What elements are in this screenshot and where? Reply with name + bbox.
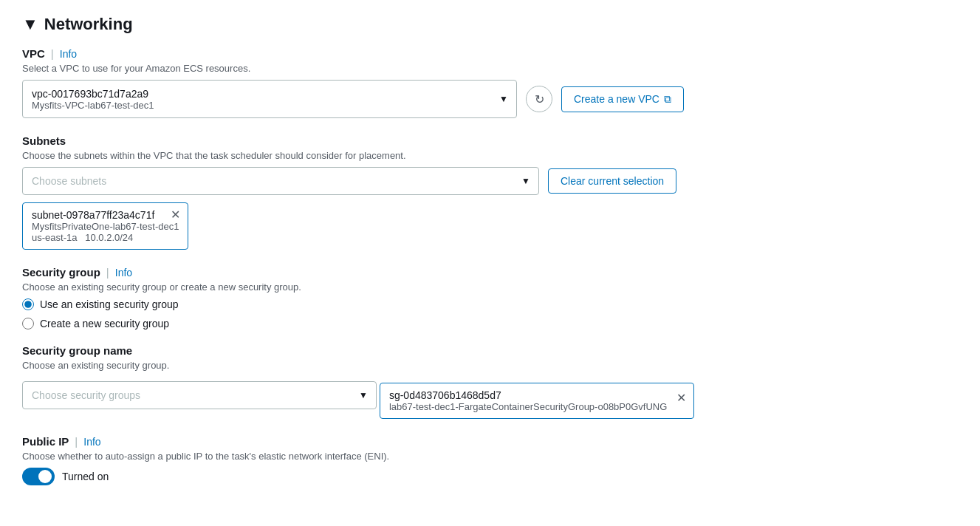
radio-new-input[interactable] [22,318,34,329]
radio-new[interactable]: Create a new security group [22,318,958,329]
clear-selection-button[interactable]: Clear current selection [548,168,676,194]
sg-name-field-label: Security group name [22,344,958,357]
radio-existing[interactable]: Use an existing security group [22,298,958,310]
section-title: ▼ Networking [22,15,958,34]
vpc-field-group: VPC | Info Select a VPC to use for your … [22,47,958,118]
subnets-field-group: Subnets Choose the subnets within the VP… [22,134,958,250]
create-vpc-label: Create a new VPC [574,93,659,105]
vpc-row: vpc-0017693bc71d7a2a9 Mysfits-VPC-lab67-… [22,80,958,118]
vpc-select[interactable]: vpc-0017693bc71d7a2a9 Mysfits-VPC-lab67-… [22,80,517,118]
subnets-field-label: Subnets [22,134,958,147]
subnets-chevron-icon: ▼ [521,176,530,186]
sg-tag: sg-0d483706b1468d5d7 lab67-test-dec1-Far… [380,383,694,419]
vpc-label: VPC [22,47,45,60]
sg-name-description: Choose an existing security group. [22,360,958,371]
subnet-tag: subnet-0978a77ff23a4c71f MysfitsPrivateO… [22,202,188,250]
vpc-chevron-icon: ▼ [499,94,508,104]
vpc-select-wrapper: vpc-0017693bc71d7a2a9 Mysfits-VPC-lab67-… [22,80,517,118]
security-group-radio-group: Use an existing security group Create a … [22,298,958,329]
public-ip-info-link[interactable]: Info [83,436,100,448]
subnets-description: Choose the subnets within the VPC that t… [22,150,958,161]
sg-id: sg-0d483706b1468d5d7 [389,389,667,401]
security-group-description: Choose an existing security group or cre… [22,281,958,293]
radio-existing-input[interactable] [22,298,34,310]
security-group-field-label: Security group | Info [22,266,958,279]
public-ip-field-group: Public IP | Info Choose whether to auto-… [22,435,958,485]
sg-name-value: lab67-test-dec1-FargateContainerSecurity… [389,401,667,412]
subnets-select-wrapper: Choose subnets ▼ [22,167,539,195]
public-ip-field-label: Public IP | Info [22,435,958,448]
subnets-label: Subnets [22,134,66,147]
vpc-selected-name: Mysfits-VPC-lab67-test-dec1 [32,100,490,111]
subnet-remove-button[interactable]: ✕ [171,209,180,221]
subnet-id: subnet-0978a77ff23a4c71f [32,209,179,221]
vpc-description: Select a VPC to use for your Amazon ECS … [22,63,958,74]
sg-select-wrapper: Choose security groups ▼ [22,381,377,409]
subnet-name: MysfitsPrivateOne-lab67-test-dec1 [32,221,179,232]
create-vpc-button[interactable]: Create a new VPC ⧉ [561,86,684,112]
subnets-select[interactable]: Choose subnets [22,167,539,195]
section-heading: Networking [44,15,133,34]
public-ip-toggle-label: Turned on [62,471,109,482]
sg-chevron-icon: ▼ [359,390,368,400]
security-group-info-link[interactable]: Info [115,267,132,279]
refresh-icon: ↻ [535,92,544,106]
sg-select[interactable]: Choose security groups [22,381,377,409]
subnets-row: Choose subnets ▼ Clear current selection [22,167,958,195]
subnet-az-cidr: us-east-1a 10.0.2.0/24 [32,232,179,243]
security-group-label: Security group [22,266,100,279]
public-ip-label: Public IP [22,435,69,448]
radio-existing-label: Use an existing security group [40,298,179,310]
public-ip-toggle[interactable] [22,468,55,485]
sg-name-label: Security group name [22,344,132,357]
external-link-icon: ⧉ [664,93,671,106]
public-ip-toggle-container: Turned on [22,468,958,485]
toggle-slider [22,468,55,485]
collapse-icon[interactable]: ▼ [22,15,38,34]
vpc-refresh-button[interactable]: ↻ [526,86,552,112]
subnets-placeholder: Choose subnets [32,175,106,187]
vpc-selected-id: vpc-0017693bc71d7a2a9 [32,88,490,100]
sg-placeholder: Choose security groups [32,389,140,401]
security-group-field-group: Security group | Info Choose an existing… [22,266,958,419]
sg-remove-button[interactable]: ✕ [676,391,686,405]
vpc-info-link[interactable]: Info [60,48,77,60]
public-ip-description: Choose whether to auto-assign a public I… [22,451,958,462]
radio-new-label: Create a new security group [40,318,169,329]
vpc-field-label: VPC | Info [22,47,958,60]
